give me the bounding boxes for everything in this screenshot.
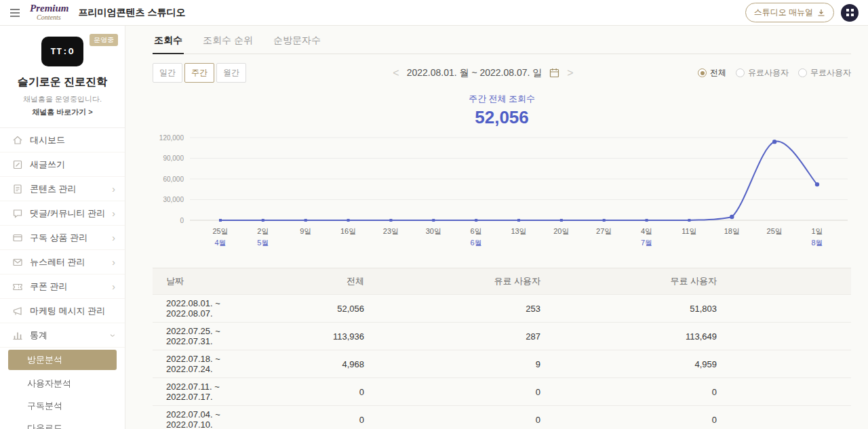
sidebar-item-statistics[interactable]: 통계› bbox=[0, 323, 125, 348]
table-cell: 2022.07.04. ~ 2022.07.10. bbox=[153, 409, 234, 429]
sidebar-item-coupon[interactable]: 쿠폰 관리› bbox=[0, 274, 125, 299]
chevron-right-icon: › bbox=[112, 184, 115, 194]
summary-label: 주간 전체 조회수 bbox=[153, 93, 851, 105]
table-cell: 0 bbox=[364, 387, 540, 397]
logo-line2: Contents bbox=[37, 14, 69, 22]
table-cell: 2022.07.18. ~ 2022.07.24. bbox=[153, 354, 234, 374]
radio-paid-users[interactable]: 유료사용자 bbox=[736, 67, 789, 79]
table-cell: 52,056 bbox=[234, 304, 364, 314]
sidebar-subitem-download[interactable]: 다운로드 bbox=[0, 417, 125, 429]
tab-bar: 조회수조회수 순위순방문자수 bbox=[153, 30, 851, 54]
tab-views[interactable]: 조회수 bbox=[153, 30, 184, 54]
svg-text:60,000: 60,000 bbox=[163, 176, 184, 183]
table-cell: 113,649 bbox=[540, 331, 717, 342]
radio-free-users[interactable]: 무료사용자 bbox=[798, 67, 851, 79]
prev-period-button[interactable]: < bbox=[393, 68, 399, 79]
radio-label: 무료사용자 bbox=[810, 67, 851, 79]
channel-home-link[interactable]: 채널홈 바로가기 > bbox=[0, 107, 125, 117]
calendar-icon[interactable] bbox=[549, 68, 559, 78]
sidebar-item-label: 구독 상품 관리 bbox=[30, 232, 112, 244]
table-header-cell: 무료 사용자 bbox=[540, 275, 717, 287]
table-cell: 253 bbox=[364, 304, 540, 314]
weekly-views-line-chart: 030,00060,00090,000120,00025일4월2일5월9일16일… bbox=[153, 131, 851, 251]
date-range-label: 2022.08.01. 월 ~ 2022.08.07. 일 bbox=[407, 67, 542, 79]
date-navigator: < 2022.08.01. 월 ~ 2022.08.07. 일 > bbox=[305, 67, 661, 79]
next-period-button[interactable]: > bbox=[567, 68, 573, 79]
sidebar-item-newsletter[interactable]: 뉴스레터 관리› bbox=[0, 250, 125, 274]
sidebar: 운영중 TT:O 슬기로운 진로진학 채널홈을 운영중입니다. 채널홈 바로가기… bbox=[0, 26, 125, 429]
sidebar-item-new-post[interactable]: 새글쓰기 bbox=[0, 152, 125, 177]
svg-text:5월: 5월 bbox=[257, 239, 269, 247]
sidebar-subitem-subscription-analysis[interactable]: 구독분석 bbox=[0, 394, 125, 417]
table-cell: 4,959 bbox=[540, 359, 717, 369]
period-button-daily[interactable]: 일간 bbox=[153, 63, 182, 83]
table-row: 2022.08.01. ~ 2022.08.07.52,05625351,803 bbox=[153, 295, 851, 323]
chevron-down-icon: › bbox=[109, 333, 119, 337]
logo-line1: Premium bbox=[30, 3, 69, 14]
user-type-filter: 전체유료사용자무료사용자 bbox=[661, 67, 851, 79]
sidebar-submenu: 방문분석사용자분석구독분석다운로드 bbox=[0, 350, 125, 429]
table-cell: 0 bbox=[364, 415, 540, 425]
account-button[interactable] bbox=[841, 4, 859, 22]
marketing-icon bbox=[12, 306, 23, 316]
table-row: 2022.07.11. ~ 2022.07.17.000 bbox=[153, 378, 851, 406]
period-toggle: 일간주간월간 bbox=[153, 63, 305, 83]
radio-dot bbox=[698, 68, 707, 77]
svg-text:90,000: 90,000 bbox=[163, 155, 184, 162]
download-icon bbox=[817, 9, 825, 17]
channel-logo[interactable]: TT:O bbox=[41, 37, 83, 66]
tab-views-rank[interactable]: 조회수 순위 bbox=[201, 30, 254, 54]
chevron-right-icon: › bbox=[112, 209, 115, 218]
table-cell: 0 bbox=[234, 415, 364, 425]
table-cell: 113,936 bbox=[234, 331, 364, 342]
stats-table: 날짜전체유료 사용자무료 사용자2022.08.01. ~ 2022.08.07… bbox=[153, 268, 851, 429]
sidebar-item-label: 뉴스레터 관리 bbox=[30, 256, 112, 268]
svg-text:6일: 6일 bbox=[471, 227, 482, 235]
channel-status-badge: 운영중 bbox=[90, 34, 118, 46]
radio-dot bbox=[736, 68, 745, 77]
svg-text:16일: 16일 bbox=[340, 227, 356, 235]
dashboard-icon bbox=[12, 135, 23, 146]
svg-text:120,000: 120,000 bbox=[159, 134, 184, 142]
write-icon bbox=[12, 159, 23, 170]
sidebar-item-comments-community[interactable]: 댓글/커뮤니티 관리› bbox=[0, 201, 125, 226]
channel-description: 채널홈을 운영중입니다. bbox=[0, 94, 125, 104]
summary-block: 주간 전체 조회수 52,056 bbox=[153, 93, 851, 128]
radio-label: 전체 bbox=[710, 67, 726, 79]
svg-text:30,000: 30,000 bbox=[163, 196, 184, 203]
radio-dot bbox=[798, 68, 807, 77]
table-cell: 9 bbox=[364, 359, 540, 369]
table-header-cell: 날짜 bbox=[153, 275, 234, 287]
sidebar-item-dashboard[interactable]: 대시보드 bbox=[0, 128, 125, 152]
svg-text:20일: 20일 bbox=[553, 227, 569, 235]
sidebar-subitem-visit-analysis[interactable]: 방문분석 bbox=[8, 350, 117, 370]
table-cell: 0 bbox=[540, 415, 717, 425]
sidebar-item-content-management[interactable]: 콘텐츠 관리› bbox=[0, 177, 125, 201]
table-cell: 51,803 bbox=[540, 304, 717, 314]
premium-contents-logo[interactable]: Premium Contents bbox=[30, 3, 69, 21]
svg-text:30일: 30일 bbox=[426, 227, 441, 235]
svg-text:0: 0 bbox=[180, 217, 184, 224]
svg-text:11일: 11일 bbox=[682, 227, 696, 235]
period-button-weekly[interactable]: 주간 bbox=[184, 63, 214, 83]
studio-manual-button[interactable]: 스튜디오 매뉴얼 bbox=[745, 3, 834, 22]
table-cell: 2022.07.25. ~ 2022.07.31. bbox=[153, 326, 234, 346]
sidebar-item-label: 쿠폰 관리 bbox=[30, 281, 112, 293]
radio-all[interactable]: 전체 bbox=[698, 67, 726, 79]
sidebar-item-subscription-products[interactable]: 구독 상품 관리› bbox=[0, 226, 125, 250]
comment-icon bbox=[12, 208, 23, 219]
radio-label: 유료사용자 bbox=[748, 67, 789, 79]
hamburger-menu-icon[interactable] bbox=[9, 8, 20, 18]
sidebar-item-marketing-messages[interactable]: 마케팅 메시지 관리 bbox=[0, 299, 125, 323]
tab-unique-visitors[interactable]: 순방문자수 bbox=[272, 30, 322, 54]
sidebar-menu: 대시보드새글쓰기콘텐츠 관리›댓글/커뮤니티 관리›구독 상품 관리›뉴스레터 … bbox=[0, 127, 125, 348]
svg-text:25일: 25일 bbox=[212, 227, 228, 235]
period-button-monthly[interactable]: 월간 bbox=[216, 63, 246, 83]
sidebar-item-label: 새글쓰기 bbox=[30, 159, 115, 171]
svg-text:6월: 6월 bbox=[471, 239, 482, 247]
sidebar-subitem-user-analysis[interactable]: 사용자분석 bbox=[0, 372, 125, 394]
table-row: 2022.07.25. ~ 2022.07.31.113,936287113,6… bbox=[153, 323, 851, 350]
table-cell: 4,968 bbox=[234, 359, 364, 369]
table-row: 2022.07.04. ~ 2022.07.10.000 bbox=[153, 406, 851, 429]
summary-value: 52,056 bbox=[153, 107, 851, 128]
